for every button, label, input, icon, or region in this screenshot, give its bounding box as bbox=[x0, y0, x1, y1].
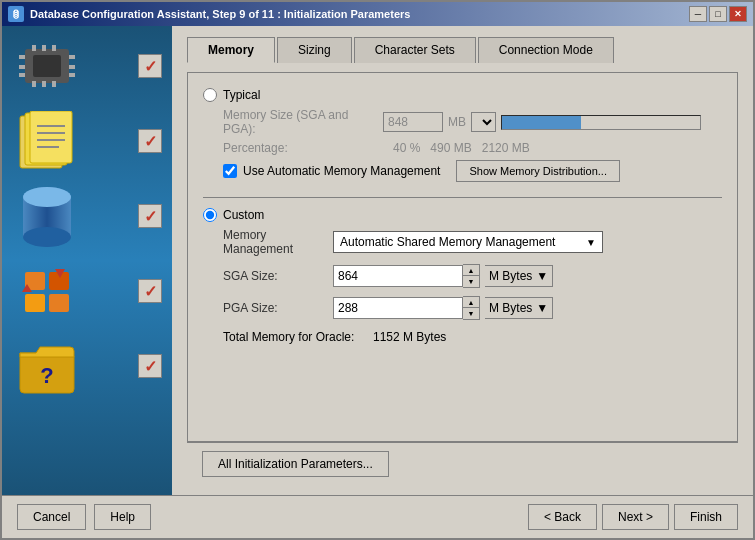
close-button[interactable]: ✕ bbox=[729, 6, 747, 22]
sidebar-item-chip: ✓ bbox=[12, 36, 162, 96]
svg-rect-13 bbox=[69, 73, 75, 77]
sidebar-item-puzzle: ✓ bbox=[12, 261, 162, 321]
puzzle-check-mark: ✓ bbox=[144, 282, 157, 301]
window-title: Database Configuration Assistant, Step 9… bbox=[30, 8, 410, 20]
typical-label: Typical bbox=[223, 88, 260, 102]
folder-question-icon: ? bbox=[12, 336, 82, 396]
custom-radio[interactable] bbox=[203, 208, 217, 222]
svg-rect-11 bbox=[69, 55, 75, 59]
memory-management-value: Automatic Shared Memory Management bbox=[340, 235, 555, 249]
tab-memory[interactable]: Memory bbox=[187, 37, 275, 63]
next-button[interactable]: Next > bbox=[602, 504, 669, 530]
help-button[interactable]: Help bbox=[94, 504, 151, 530]
svg-rect-10 bbox=[19, 73, 25, 77]
sga-unit-label: M Bytes bbox=[489, 269, 532, 283]
typical-radio-group: Typical Memory Size (SGA and PGA): MB bbox=[203, 88, 722, 182]
sga-spinner-down[interactable]: ▼ bbox=[463, 276, 479, 287]
finish-button[interactable]: Finish bbox=[674, 504, 738, 530]
pga-spinner-down[interactable]: ▼ bbox=[463, 308, 479, 319]
puzzle-icon bbox=[12, 261, 82, 321]
cancel-button[interactable]: Cancel bbox=[17, 504, 86, 530]
footer: Cancel Help < Back Next > Finish bbox=[2, 495, 753, 538]
memory-size-input bbox=[383, 112, 443, 132]
pga-unit-dropdown[interactable]: M Bytes ▼ bbox=[485, 297, 553, 319]
svg-rect-12 bbox=[69, 65, 75, 69]
custom-label: Custom bbox=[223, 208, 264, 222]
pga-spinner-buttons: ▲ ▼ bbox=[463, 296, 480, 320]
back-button[interactable]: < Back bbox=[528, 504, 597, 530]
svg-text:?: ? bbox=[40, 363, 53, 388]
tab-connection-mode[interactable]: Connection Mode bbox=[478, 37, 614, 63]
sga-size-input[interactable] bbox=[333, 265, 463, 287]
pga-size-label: PGA Size: bbox=[223, 301, 333, 315]
pga-unit-arrow: ▼ bbox=[536, 301, 548, 315]
chip-check-mark: ✓ bbox=[144, 57, 157, 76]
use-auto-memory-checkbox[interactable] bbox=[223, 164, 237, 178]
tab-bar: Memory Sizing Character Sets Connection … bbox=[187, 36, 738, 62]
memory-size-unit: MB bbox=[448, 115, 466, 129]
svg-point-23 bbox=[23, 227, 71, 247]
svg-rect-9 bbox=[19, 65, 25, 69]
svg-rect-5 bbox=[32, 81, 36, 87]
minimize-button[interactable]: ─ bbox=[689, 6, 707, 22]
typical-radio-row: Typical bbox=[203, 88, 722, 102]
memory-min: 490 MB bbox=[430, 141, 471, 155]
footer-right: < Back Next > Finish bbox=[528, 504, 738, 530]
sidebar-item-docs: ✓ bbox=[12, 111, 162, 171]
svg-rect-6 bbox=[42, 81, 46, 87]
total-memory-row: Total Memory for Oracle: 1152 M Bytes bbox=[223, 330, 722, 344]
svg-rect-28 bbox=[49, 294, 69, 312]
show-memory-distribution-button[interactable]: Show Memory Distribution... bbox=[456, 160, 620, 182]
folder-check-badge: ✓ bbox=[138, 354, 162, 378]
cylinder-check-mark: ✓ bbox=[144, 207, 157, 226]
pga-spinner-up[interactable]: ▲ bbox=[463, 297, 479, 308]
main-content: Memory Sizing Character Sets Connection … bbox=[172, 26, 753, 495]
memory-size-dropdown[interactable] bbox=[471, 112, 496, 132]
typical-radio[interactable] bbox=[203, 88, 217, 102]
memory-max: 2120 MB bbox=[482, 141, 530, 155]
custom-section: Custom Memory Management Automatic Share… bbox=[203, 208, 722, 344]
sga-size-row: SGA Size: ▲ ▼ M Bytes ▼ bbox=[223, 264, 722, 288]
svg-point-24 bbox=[23, 187, 71, 207]
chip-check-badge: ✓ bbox=[138, 54, 162, 78]
sidebar-item-cylinder: ✓ bbox=[12, 186, 162, 246]
memory-size-row: Memory Size (SGA and PGA): MB bbox=[223, 108, 722, 136]
sga-size-label: SGA Size: bbox=[223, 269, 333, 283]
memory-size-label: Memory Size (SGA and PGA): bbox=[223, 108, 383, 136]
svg-rect-1 bbox=[33, 55, 61, 77]
docs-check-badge: ✓ bbox=[138, 129, 162, 153]
sga-spinner-up[interactable]: ▲ bbox=[463, 265, 479, 276]
maximize-button[interactable]: □ bbox=[709, 6, 727, 22]
window-controls[interactable]: ─ □ ✕ bbox=[689, 6, 747, 22]
percentage-label: Percentage: bbox=[223, 141, 383, 155]
memory-management-dropdown[interactable]: Automatic Shared Memory Management ▼ bbox=[333, 231, 603, 253]
pga-unit-label: M Bytes bbox=[489, 301, 532, 315]
svg-rect-8 bbox=[19, 55, 25, 59]
pga-size-row: PGA Size: ▲ ▼ M Bytes ▼ bbox=[223, 296, 722, 320]
sga-spinner-buttons: ▲ ▼ bbox=[463, 264, 480, 288]
docs-icon bbox=[12, 111, 82, 171]
sga-unit-dropdown[interactable]: M Bytes ▼ bbox=[485, 265, 553, 287]
chip-icon bbox=[12, 36, 82, 96]
pga-size-input[interactable] bbox=[333, 297, 463, 319]
pga-spinner-container: ▲ ▼ M Bytes ▼ bbox=[333, 296, 553, 320]
dropdown-arrow-icon: ▼ bbox=[586, 237, 596, 248]
use-auto-memory-label: Use Automatic Memory Management bbox=[243, 164, 440, 178]
custom-radio-row: Custom bbox=[203, 208, 722, 222]
sga-spinner-container: ▲ ▼ M Bytes ▼ bbox=[333, 264, 553, 288]
app-icon: 🛢 bbox=[8, 6, 24, 22]
all-initialization-parameters-button[interactable]: All Initialization Parameters... bbox=[202, 451, 389, 477]
sidebar: ✓ ✓ bbox=[2, 26, 172, 495]
svg-rect-16 bbox=[30, 111, 72, 163]
tab-content-memory: Typical Memory Size (SGA and PGA): MB bbox=[187, 72, 738, 442]
docs-check-mark: ✓ bbox=[144, 132, 157, 151]
svg-rect-2 bbox=[32, 45, 36, 51]
percentage-row: Percentage: 40 % 490 MB 2120 MB bbox=[223, 141, 722, 155]
memory-slider[interactable] bbox=[501, 115, 701, 130]
cylinder-icon bbox=[12, 186, 82, 246]
tab-sizing[interactable]: Sizing bbox=[277, 37, 352, 63]
tab-character-sets[interactable]: Character Sets bbox=[354, 37, 476, 63]
puzzle-check-badge: ✓ bbox=[138, 279, 162, 303]
percentage-value: 40 % bbox=[393, 141, 420, 155]
memory-management-label: Memory Management bbox=[223, 228, 333, 256]
